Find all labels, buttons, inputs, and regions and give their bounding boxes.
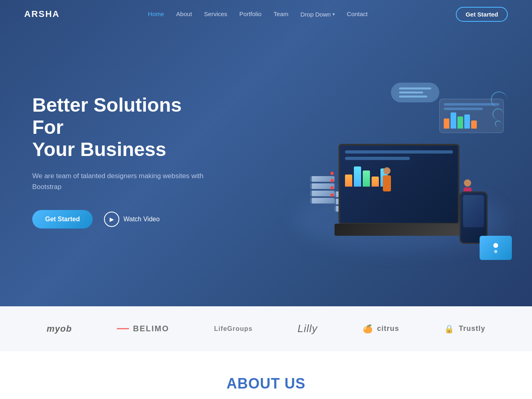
partner-logo-citrus: 🍊 citrus: [363, 324, 399, 334]
wifi-signal-icon: [490, 91, 508, 128]
cloud-line: [399, 96, 427, 98]
nav-link-portfolio[interactable]: Portfolio: [239, 10, 262, 17]
about-title: ABOUT US: [24, 375, 508, 392]
nav-item-dropdown[interactable]: Drop Down ▾: [301, 11, 335, 18]
signal-arc: [495, 121, 501, 127]
nav-item-services[interactable]: Services: [204, 10, 227, 18]
partner-logo-myob: myob: [47, 324, 72, 334]
hero-title: Better Solutions For Your Business: [32, 94, 210, 161]
hero-section: Better Solutions For Your Business We ar…: [0, 0, 532, 306]
belimo-accent: [117, 328, 129, 329]
nav-link-services[interactable]: Services: [204, 10, 227, 17]
mini-bar: [457, 116, 463, 129]
partner-logo-belimo: BELIMO: [117, 324, 169, 333]
server-unit: [310, 198, 335, 204]
screen-chart: [345, 166, 453, 187]
partner-logo-trustly: 🔒 Trustly: [444, 324, 485, 334]
laptop-base: [335, 224, 463, 236]
screen-content: [340, 145, 458, 191]
nav-link-about[interactable]: About: [176, 10, 192, 17]
mini-bar: [451, 112, 456, 129]
device-indicator: [493, 243, 498, 248]
chart-bar: [372, 177, 379, 187]
partner-logo-lifegroups: LifeGroups: [214, 325, 252, 332]
signal-arc: [493, 108, 504, 120]
play-icon: ▶: [104, 212, 119, 227]
person-head: [464, 179, 471, 187]
trustly-icon: 🔒: [444, 324, 455, 334]
nav-item-contact[interactable]: Contact: [347, 10, 368, 18]
nav-link-contact[interactable]: Contact: [347, 10, 368, 17]
nav-link-dropdown[interactable]: Drop Down ▾: [301, 11, 335, 18]
screen-bar: [345, 157, 410, 160]
chart-bar: [345, 175, 352, 187]
hero-subtitle: We are team of talanted designers making…: [32, 170, 210, 192]
cloud-line: [399, 87, 431, 89]
watch-video-label: Watch Video: [123, 216, 160, 223]
cloud-line: [399, 91, 423, 94]
screen-bar: [345, 150, 453, 154]
nav-item-team[interactable]: Team: [274, 10, 289, 18]
chart-bar: [363, 170, 370, 187]
hero-get-started-button[interactable]: Get Started: [32, 210, 93, 229]
chart-bar: [354, 166, 361, 187]
person-head: [383, 167, 391, 175]
window-bar: [444, 108, 483, 110]
server-rack-1: [310, 176, 335, 204]
citrus-icon: 🍊: [363, 324, 373, 334]
about-section: ABOUT US: [0, 351, 532, 399]
hero-illustration: [266, 20, 532, 306]
laptop-screen: [339, 144, 459, 224]
chevron-down-icon: ▾: [332, 12, 335, 17]
iot-device: [480, 236, 512, 260]
nav-item-portfolio[interactable]: Portfolio: [239, 10, 262, 18]
mini-bar: [464, 114, 470, 129]
partners-section: myob BELIMO LifeGroups Lilly 🍊 citrus 🔒 …: [0, 306, 532, 351]
person-body: [383, 175, 391, 191]
site-logo: ARSHA: [24, 9, 60, 19]
person-figure-1: [383, 167, 391, 191]
watch-video-button[interactable]: ▶ Watch Video: [104, 212, 160, 227]
nav-get-started-button[interactable]: Get Started: [456, 7, 508, 22]
mini-bar: [444, 118, 449, 129]
nav-links: Home About Services Portfolio Team Drop …: [148, 10, 368, 18]
hero-content: Better Solutions For Your Business We ar…: [0, 46, 234, 261]
navbar: ARSHA Home About Services Portfolio Team…: [0, 0, 532, 28]
nav-link-team[interactable]: Team: [274, 10, 289, 17]
nav-item-home[interactable]: Home: [148, 10, 164, 18]
cloud-widget: [391, 83, 439, 102]
signal-arc: [491, 91, 507, 108]
mini-bar: [471, 121, 477, 129]
iso-tech-scene: [278, 42, 520, 284]
nav-item-about[interactable]: About: [176, 10, 192, 18]
hero-buttons: Get Started ▶ Watch Video: [32, 210, 210, 229]
partner-logo-lilly: Lilly: [297, 322, 318, 335]
nav-link-home[interactable]: Home: [148, 10, 164, 17]
device-indicator: [494, 250, 497, 253]
phone-screen: [463, 195, 484, 227]
